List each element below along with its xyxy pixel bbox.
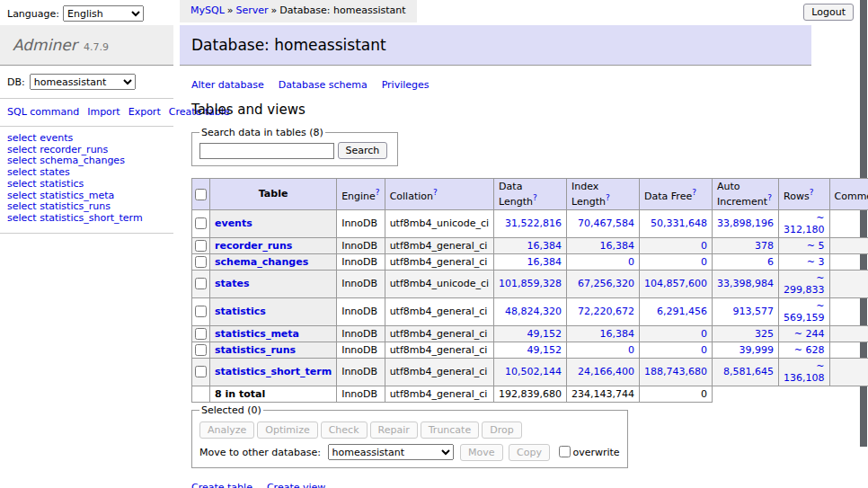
data-free-link[interactable]: 50,331,648 xyxy=(651,217,707,229)
index-length-link[interactable]: 16,384 xyxy=(600,328,635,340)
index-length-link[interactable]: 0 xyxy=(628,256,634,268)
rows-link[interactable]: ~ 312,180 xyxy=(784,212,825,235)
auto-increment-link[interactable]: 325 xyxy=(755,328,774,340)
language-select[interactable]: English xyxy=(63,5,144,22)
db-link-alter-database[interactable]: Alter database xyxy=(191,79,264,91)
create-link-create-table[interactable]: Create table xyxy=(191,482,252,488)
breadcrumb-link-server[interactable]: Server xyxy=(236,4,269,16)
move-button[interactable]: Move xyxy=(460,444,503,461)
index-length-link[interactable]: 0 xyxy=(628,344,634,356)
auto-increment-link[interactable]: 378 xyxy=(755,240,774,252)
index-length-link[interactable]: 16,384 xyxy=(600,240,635,252)
rows-link[interactable]: ~ 628 xyxy=(794,344,825,356)
breadcrumb-link-mysql[interactable]: MySQL xyxy=(190,4,225,16)
data-length-link[interactable]: 49,152 xyxy=(527,344,562,356)
check-button[interactable]: Check xyxy=(321,421,368,439)
breadcrumb-current: Database: homeassistant xyxy=(279,4,405,16)
total-data-free-cell: 0 xyxy=(640,386,713,402)
help-link-rows[interactable]: ? xyxy=(810,188,814,197)
data-length-link[interactable]: 48,824,320 xyxy=(505,306,562,317)
data-free-link[interactable]: 188,743,680 xyxy=(644,366,707,377)
auto-increment-link[interactable]: 6 xyxy=(767,256,774,268)
table-name-link-states[interactable]: states xyxy=(215,278,250,289)
help-link-auto-increment[interactable]: ? xyxy=(767,193,772,202)
rows-link[interactable]: ~ 136,108 xyxy=(784,360,825,384)
create-link-create-view[interactable]: Create view xyxy=(267,482,325,488)
data-length-link[interactable]: 10,502,144 xyxy=(505,366,562,377)
help-link-collation[interactable]: ? xyxy=(433,188,438,197)
sidebar-select-link-states[interactable]: select states xyxy=(7,166,70,178)
data-length-link[interactable]: 16,384 xyxy=(527,256,562,268)
table-name-link-recorder_runs[interactable]: recorder_runs xyxy=(215,240,292,252)
sidebar-select-link-schema_changes[interactable]: select schema_changes xyxy=(7,155,125,166)
row-checkbox-statistics[interactable] xyxy=(195,306,207,317)
search-input[interactable] xyxy=(199,143,334,159)
search-button[interactable]: Search xyxy=(338,142,388,159)
data-free-link[interactable]: 0 xyxy=(701,256,707,268)
db-form: DB:homeassistant xyxy=(0,66,173,99)
select-all-checkbox[interactable] xyxy=(195,189,207,200)
sidebar-action-import[interactable]: Import xyxy=(87,106,120,118)
truncate-button[interactable]: Truncate xyxy=(421,421,479,439)
row-checkbox-states[interactable] xyxy=(195,278,207,289)
sidebar-action-sql-command[interactable]: SQL command xyxy=(7,106,79,118)
drop-button[interactable]: Drop xyxy=(482,421,521,439)
row-checkbox-statistics_meta[interactable] xyxy=(195,328,207,340)
auto-increment-link[interactable]: 33,398,984 xyxy=(717,278,774,289)
db-select[interactable]: homeassistant xyxy=(30,74,136,90)
data-free-link[interactable]: 0 xyxy=(701,240,707,252)
data-length-link[interactable]: 31,522,816 xyxy=(505,217,562,229)
data-length-link[interactable]: 16,384 xyxy=(527,240,562,252)
help-link-data-free[interactable]: ? xyxy=(692,188,696,197)
table-name-link-statistics_short_term[interactable]: statistics_short_term xyxy=(215,366,332,377)
row-checkbox-statistics_short_term[interactable] xyxy=(195,366,207,377)
data-length-link[interactable]: 101,859,328 xyxy=(499,278,562,289)
table-name-link-statistics_meta[interactable]: statistics_meta xyxy=(215,328,299,340)
sidebar-select-link-statistics_short_term[interactable]: select statistics_short_term xyxy=(7,212,143,224)
db-link-privileges[interactable]: Privileges xyxy=(382,79,430,91)
help-link-engine[interactable]: ? xyxy=(376,188,380,197)
index-length-link[interactable]: 67,256,320 xyxy=(578,278,634,289)
rows-link[interactable]: ~ 3 xyxy=(807,256,825,268)
help-link-index-length[interactable]: ? xyxy=(606,193,610,202)
sidebar-select-link-events[interactable]: select events xyxy=(7,132,73,144)
move-database-select[interactable]: homeassistant xyxy=(328,444,454,460)
optimize-button[interactable]: Optimize xyxy=(257,421,317,439)
auto-increment-link[interactable]: 33,898,196 xyxy=(717,217,774,229)
copy-button[interactable]: Copy xyxy=(509,444,550,461)
auto-increment-link[interactable]: 39,999 xyxy=(740,344,775,356)
rows-link[interactable]: ~ 569,159 xyxy=(784,300,825,324)
auto-increment-link[interactable]: 8,581,645 xyxy=(723,366,774,377)
row-checkbox-recorder_runs[interactable] xyxy=(195,240,207,252)
db-link-database-schema[interactable]: Database schema xyxy=(279,79,368,91)
auto-increment-link[interactable]: 913,577 xyxy=(733,306,775,317)
data-free-link[interactable]: 0 xyxy=(701,344,707,356)
sidebar-action-export[interactable]: Export xyxy=(128,106,161,118)
help-link-data-length[interactable]: ? xyxy=(533,193,537,202)
sidebar-select-link-statistics[interactable]: select statistics xyxy=(7,178,84,190)
table-name-link-statistics[interactable]: statistics xyxy=(215,306,266,317)
index-length-link[interactable]: 24,166,400 xyxy=(578,366,634,377)
sidebar-select-link-statistics_meta[interactable]: select statistics_meta xyxy=(7,190,114,201)
table-name-link-schema_changes[interactable]: schema_changes xyxy=(215,256,308,268)
sidebar-select-link-recorder_runs[interactable]: select recorder_runs xyxy=(7,144,108,155)
analyze-button[interactable]: Analyze xyxy=(199,421,254,439)
row-checkbox-events[interactable] xyxy=(195,217,207,229)
data-free-link[interactable]: 6,291,456 xyxy=(657,306,707,317)
table-name-link-events[interactable]: events xyxy=(215,217,252,229)
row-checkbox-statistics_runs[interactable] xyxy=(195,344,207,356)
sidebar-select-link-statistics_runs[interactable]: select statistics_runs xyxy=(7,200,111,212)
table-name-link-statistics_runs[interactable]: statistics_runs xyxy=(215,344,296,356)
rows-link[interactable]: ~ 5 xyxy=(807,240,825,252)
index-length-link[interactable]: 70,467,584 xyxy=(578,217,634,229)
index-length-link[interactable]: 72,220,672 xyxy=(578,306,634,317)
overwrite-checkbox[interactable] xyxy=(559,446,571,457)
row-checkbox-schema_changes[interactable] xyxy=(195,256,207,268)
data-free-link[interactable]: 0 xyxy=(701,328,707,340)
rows-link[interactable]: ~ 244 xyxy=(794,328,825,340)
repair-button[interactable]: Repair xyxy=(370,421,418,439)
data-length-link[interactable]: 49,152 xyxy=(527,328,562,340)
rows-link[interactable]: ~ 299,833 xyxy=(784,272,825,296)
data-free-link[interactable]: 104,857,600 xyxy=(644,278,707,289)
cell-auto_increment: 39,999 xyxy=(713,342,779,358)
